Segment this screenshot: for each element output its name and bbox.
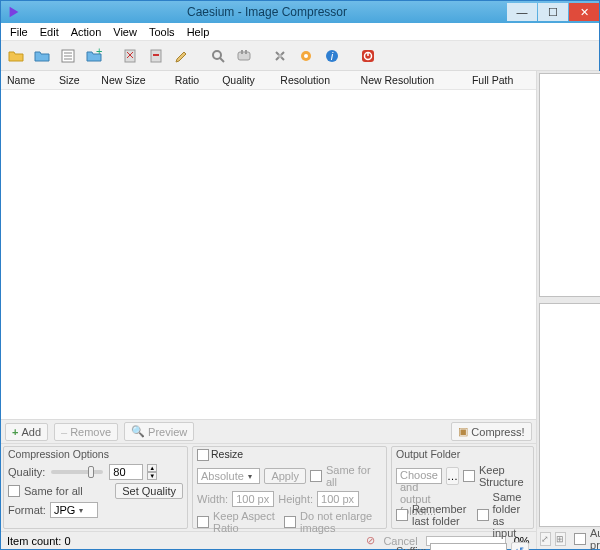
window-title: Caesium - Image Compressor xyxy=(27,5,507,19)
compression-options-panel: Compression Options Quality: 80 ▲▼ Same … xyxy=(3,446,188,529)
remove-button[interactable]: – Remove xyxy=(54,423,118,441)
browse-folder-button[interactable]: … xyxy=(446,467,459,485)
output-folder-title: Output Folder xyxy=(396,448,529,460)
plus-icon: + xyxy=(12,426,18,438)
same-folder-label: Same folder as input xyxy=(493,491,529,539)
remove-button-label: Remove xyxy=(70,426,111,438)
compression-options-title: Compression Options xyxy=(8,448,183,460)
window-minimize-button[interactable]: — xyxy=(507,3,537,21)
resize-panel: Resize Absolute▾ Apply Same for all Widt… xyxy=(192,446,387,529)
output-folder-input[interactable]: Choose and output folder... xyxy=(396,468,442,484)
menu-help[interactable]: Help xyxy=(182,25,215,39)
auto-preview-label: Auto preview xyxy=(590,527,600,550)
toolbar: + i xyxy=(1,41,599,71)
item-count-label: Item count: 0 xyxy=(7,535,71,547)
width-input[interactable]: 100 px xyxy=(232,491,274,507)
svg-rect-14 xyxy=(241,50,243,54)
format-select[interactable]: JPG▾ xyxy=(50,502,98,518)
keep-aspect-label: Keep Aspect Ratio xyxy=(213,510,280,534)
remove-item-icon[interactable] xyxy=(119,45,141,67)
col-new-resolution[interactable]: New Resolution xyxy=(355,71,466,90)
no-enlarge-checkbox[interactable] xyxy=(284,516,296,528)
auto-preview-checkbox[interactable] xyxy=(574,533,586,545)
height-label: Height: xyxy=(278,493,313,505)
resize-checkbox[interactable] xyxy=(197,449,209,461)
cancel-icon[interactable]: ⊘ xyxy=(366,534,375,547)
height-input[interactable]: 100 px xyxy=(317,491,359,507)
open-folder-icon[interactable] xyxy=(31,45,53,67)
add-folder-icon[interactable]: + xyxy=(83,45,105,67)
quality-spinner[interactable]: ▲▼ xyxy=(147,464,157,480)
menu-action[interactable]: Action xyxy=(66,25,107,39)
menu-edit[interactable]: Edit xyxy=(35,25,64,39)
same-folder-checkbox[interactable] xyxy=(477,509,489,521)
resize-same-for-all-label: Same for all xyxy=(326,464,382,488)
quality-value-input[interactable]: 80 xyxy=(109,464,143,480)
svg-point-16 xyxy=(278,54,282,58)
keep-structure-label: Keep Structure xyxy=(479,464,529,488)
suffix-label: Suffix: xyxy=(396,545,426,550)
resize-apply-button[interactable]: Apply xyxy=(264,468,306,484)
resize-mode-select[interactable]: Absolute▾ xyxy=(197,468,260,484)
magnifier-icon: 🔍 xyxy=(131,425,145,438)
col-quality[interactable]: Quality xyxy=(216,71,274,90)
resize-same-for-all-checkbox[interactable] xyxy=(310,470,322,482)
window-close-button[interactable]: ✕ xyxy=(569,3,599,21)
fit-icon[interactable]: ⤢ xyxy=(540,532,551,546)
col-ratio[interactable]: Ratio xyxy=(169,71,217,90)
quality-slider[interactable] xyxy=(51,470,103,474)
preview-button[interactable]: 🔍 Preview xyxy=(124,422,194,441)
compress-icon[interactable] xyxy=(233,45,255,67)
preview-original-pane xyxy=(539,73,600,297)
col-full-path[interactable]: Full Path xyxy=(466,71,536,90)
preview-icon[interactable] xyxy=(207,45,229,67)
edit-icon[interactable] xyxy=(171,45,193,67)
refresh-icon: ↺ xyxy=(515,545,524,551)
output-folder-panel: Output Folder Choose and output folder..… xyxy=(391,446,534,529)
preview-button-label: Preview xyxy=(148,426,187,438)
add-button[interactable]: + Add xyxy=(5,423,48,441)
col-resolution[interactable]: Resolution xyxy=(274,71,354,90)
svg-line-12 xyxy=(220,58,224,62)
minus-icon: – xyxy=(61,426,67,438)
open-file-icon[interactable] xyxy=(5,45,27,67)
svg-rect-13 xyxy=(238,52,250,60)
remember-folder-checkbox[interactable] xyxy=(396,509,408,521)
svg-point-18 xyxy=(304,54,308,58)
exit-icon[interactable] xyxy=(357,45,379,67)
clear-list-icon[interactable] xyxy=(145,45,167,67)
col-name[interactable]: Name xyxy=(1,71,53,90)
svg-point-11 xyxy=(213,51,221,59)
quality-label: Quality: xyxy=(8,466,45,478)
col-size[interactable]: Size xyxy=(53,71,95,90)
width-label: Width: xyxy=(197,493,228,505)
svg-marker-0 xyxy=(10,7,19,18)
compress-button[interactable]: ▣ Compress! xyxy=(451,422,531,441)
menubar: File Edit Action View Tools Help xyxy=(1,23,599,41)
svg-rect-15 xyxy=(245,50,247,54)
keep-aspect-checkbox[interactable] xyxy=(197,516,209,528)
menu-tools[interactable]: Tools xyxy=(144,25,180,39)
menu-view[interactable]: View xyxy=(108,25,142,39)
svg-rect-6 xyxy=(125,50,135,62)
preview-compressed-pane xyxy=(539,303,600,527)
col-new-size[interactable]: New Size xyxy=(95,71,168,90)
format-label: Format: xyxy=(8,504,46,516)
info-icon[interactable]: i xyxy=(321,45,343,67)
same-for-all-label: Same for all xyxy=(24,485,83,497)
suffix-input[interactable] xyxy=(430,543,506,550)
actual-size-icon[interactable]: ⊞ xyxy=(555,532,566,546)
reset-suffix-button[interactable]: ↺ xyxy=(511,542,529,550)
menu-file[interactable]: File xyxy=(5,25,33,39)
settings-icon[interactable] xyxy=(269,45,291,67)
ellipsis-icon: … xyxy=(447,470,458,482)
same-for-all-checkbox[interactable] xyxy=(8,485,20,497)
gear-icon[interactable] xyxy=(295,45,317,67)
open-list-icon[interactable] xyxy=(57,45,79,67)
window-maximize-button[interactable]: ☐ xyxy=(538,3,568,21)
keep-structure-checkbox[interactable] xyxy=(463,470,475,482)
app-icon xyxy=(7,5,21,19)
file-table[interactable]: Name Size New Size Ratio Quality Resolut… xyxy=(1,71,536,419)
resize-title: Resize xyxy=(211,448,243,460)
set-quality-button[interactable]: Set Quality xyxy=(115,483,183,499)
